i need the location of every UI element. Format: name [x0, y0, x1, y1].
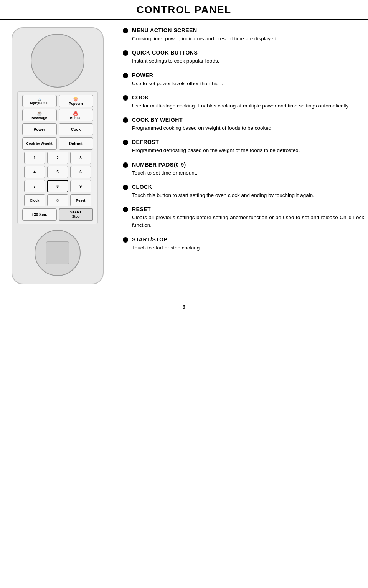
num1-button[interactable]: 1	[24, 152, 45, 164]
btn-row-6: 4 5 6	[21, 166, 94, 178]
num4-button[interactable]: 4	[24, 166, 45, 178]
feature-start-stop: START/STOP Touch to start or stop cookin…	[123, 236, 364, 252]
num9-button[interactable]: 9	[70, 180, 91, 192]
feature-header-cook-by-weight: COOK BY WEIGHT	[123, 117, 364, 123]
num2-button[interactable]: 2	[47, 152, 68, 164]
feature-title-clock: CLOCK	[132, 184, 152, 190]
feature-title-defrost: DEFROST	[132, 139, 159, 145]
feature-title-menu-action-screen: MENU ACTION SCREEN	[132, 27, 197, 33]
bullet-dot	[123, 237, 128, 243]
feature-power: POWER Use to set power levels other than…	[123, 72, 364, 88]
feature-defrost: DEFROST Programmed defrosting based on t…	[123, 139, 364, 154]
btn-row-7: 7 8 9	[21, 180, 94, 192]
feature-body-cook-by-weight: Programmed cooking based on weight of fo…	[132, 124, 364, 132]
num5-button[interactable]: 5	[47, 166, 68, 178]
feature-cook: COOK Use for multi-stage cooking. Enable…	[123, 94, 364, 110]
feature-body-clock: Touch this button to start setting the o…	[132, 192, 364, 199]
plus30-button[interactable]: +30 Sec.	[22, 208, 57, 221]
feature-title-cook: COOK	[132, 94, 149, 101]
knob-inner	[46, 241, 69, 264]
feature-title-cook-by-weight: COOK BY WEIGHT	[132, 117, 183, 123]
cook-button[interactable]: Cook	[59, 123, 93, 135]
bullet-dot	[123, 73, 128, 78]
num8-button[interactable]: 8	[47, 180, 68, 192]
feature-body-number-pads: Touch to set time or amount.	[132, 169, 364, 177]
start-stop-button[interactable]: START Stop	[59, 208, 93, 221]
beverage-button[interactable]: ☕ Beverage	[22, 109, 57, 121]
feature-quick-cook-buttons: QUICK COOK BUTTONS Instant settings to c…	[123, 50, 364, 65]
main-layout: 🏔️ MyPyramid 🍿 Popcorn	[0, 20, 368, 292]
feature-clock: CLOCK Touch this button to start setting…	[123, 184, 364, 199]
feature-body-cook: Use for multi-stage cooking. Enables coo…	[132, 102, 364, 110]
feature-title-reset: RESET	[132, 206, 151, 212]
feature-title-start-stop: START/STOP	[132, 236, 167, 243]
bullet-dot	[123, 117, 128, 123]
feature-menu-action-screen: MENU ACTION SCREEN Cooking time, power, …	[123, 27, 364, 43]
feature-header-quick-cook-buttons: QUICK COOK BUTTONS	[123, 50, 364, 56]
feature-header-start-stop: START/STOP	[123, 236, 364, 243]
feature-number-pads: NUMBER PADS(0-9) Touch to set time or am…	[123, 162, 364, 177]
bullet-dot	[123, 28, 128, 33]
feature-body-start-stop: Touch to start or stop cooking.	[132, 244, 364, 252]
feature-header-power: POWER	[123, 72, 364, 78]
defrost-button[interactable]: Defrost	[59, 137, 93, 150]
reheat-button[interactable]: ♨️ Reheat	[59, 109, 93, 121]
power-button[interactable]: Power	[22, 123, 57, 135]
mypyramid-button[interactable]: 🏔️ MyPyramid	[22, 95, 57, 107]
feature-body-reset: Clears all previous settings before sett…	[132, 214, 364, 230]
feature-header-cook: COOK	[123, 94, 364, 101]
page-number: 9	[0, 304, 368, 310]
btn-row-4: Cook by Weight Defrost	[21, 137, 94, 150]
bullet-dot	[123, 207, 128, 212]
btn-row-5: 1 2 3	[21, 152, 94, 164]
feature-header-defrost: DEFROST	[123, 139, 364, 145]
feature-title-number-pads: NUMBER PADS(0-9)	[132, 162, 186, 168]
feature-cook-by-weight: COOK BY WEIGHT Programmed cooking based …	[123, 117, 364, 132]
feature-body-power: Use to set power levels other than high.	[132, 80, 364, 88]
clock-button[interactable]: Clock	[24, 194, 45, 206]
num0-button[interactable]: 0	[47, 194, 68, 206]
feature-title-power: POWER	[132, 72, 153, 78]
feature-header-clock: CLOCK	[123, 184, 364, 190]
microwave-panel: 🏔️ MyPyramid 🍿 Popcorn	[12, 27, 104, 284]
feature-header-number-pads: NUMBER PADS(0-9)	[123, 162, 364, 168]
num3-button[interactable]: 3	[70, 152, 91, 164]
top-circle	[31, 34, 84, 88]
right-content: MENU ACTION SCREEN Cooking time, power, …	[119, 27, 364, 284]
feature-title-quick-cook-buttons: QUICK COOK BUTTONS	[132, 50, 198, 56]
panel-image: 🏔️ MyPyramid 🍿 Popcorn	[4, 27, 111, 284]
bullet-dot	[123, 95, 128, 101]
bullet-dot	[123, 50, 128, 56]
feature-body-quick-cook-buttons: Instant settings to cook popular foods.	[132, 57, 364, 65]
page-header: CONTROL PANEL	[0, 0, 368, 20]
feature-body-menu-action-screen: Cooking time, power, indicators and pres…	[132, 35, 364, 43]
bullet-dot	[123, 162, 128, 168]
btn-row-9: +30 Sec. START Stop	[21, 208, 94, 221]
feature-reset: RESET Clears all previous settings befor…	[123, 206, 364, 230]
btn-row-1: 🏔️ MyPyramid 🍿 Popcorn	[21, 95, 94, 107]
btn-row-8: Clock 0 Reset	[21, 194, 94, 206]
reset-button[interactable]: Reset	[70, 194, 91, 206]
feature-header-reset: RESET	[123, 206, 364, 212]
bullet-dot	[123, 140, 128, 145]
bullet-dot	[123, 185, 128, 190]
btn-row-3: Power Cook	[21, 123, 94, 135]
cook-by-weight-button[interactable]: Cook by Weight	[22, 137, 57, 150]
popcorn-button[interactable]: 🍿 Popcorn	[59, 95, 93, 107]
num7-button[interactable]: 7	[24, 180, 45, 192]
feature-body-defrost: Programmed defrosting based on the weigh…	[132, 147, 364, 154]
page-title: CONTROL PANEL	[0, 4, 368, 16]
btn-row-2: ☕ Beverage ♨️ Reheat	[21, 109, 94, 121]
num6-button[interactable]: 6	[70, 166, 91, 178]
button-area: 🏔️ MyPyramid 🍿 Popcorn	[17, 91, 98, 224]
feature-header-menu-action-screen: MENU ACTION SCREEN	[123, 27, 364, 33]
bottom-circle	[35, 230, 81, 276]
